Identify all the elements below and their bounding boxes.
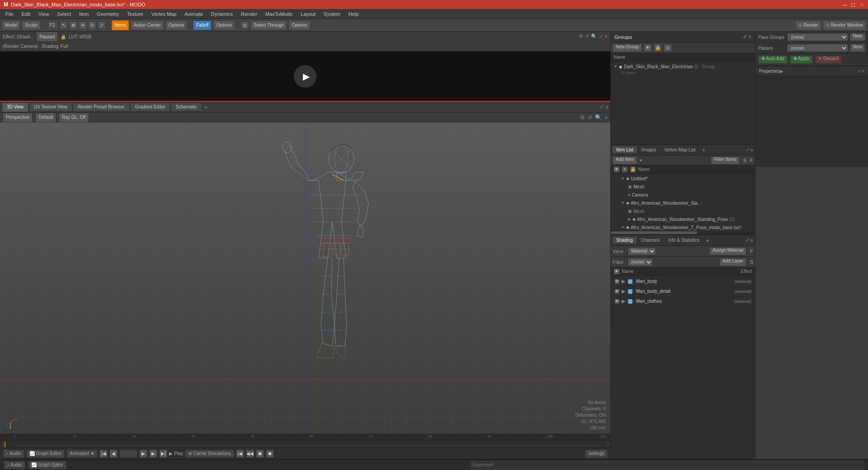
menu-select[interactable]: Select xyxy=(53,10,75,18)
tool-move[interactable]: ✛ xyxy=(79,21,87,29)
tab-item-list[interactable]: Item List xyxy=(613,146,637,153)
menu-vertexmap[interactable]: Vertex Map xyxy=(148,10,180,18)
item-list-scrollbar[interactable] xyxy=(611,231,755,234)
current-frame-input[interactable]: 0 xyxy=(119,450,137,458)
passes-select[interactable]: (none) xyxy=(787,44,848,52)
select-through-button[interactable]: Select Through xyxy=(250,20,288,30)
prev-keyframe-button[interactable]: |◀ xyxy=(99,450,108,458)
transport-1[interactable]: |◀ xyxy=(236,450,244,458)
next-keyframe-button[interactable]: ▶| xyxy=(159,450,167,458)
options2-button[interactable]: Options xyxy=(213,20,235,30)
item-camera[interactable]: ● Camera xyxy=(612,191,754,199)
items-button[interactable]: Items xyxy=(112,20,129,30)
menu-animate[interactable]: Animate xyxy=(181,10,206,18)
new-pass-button2[interactable]: New xyxy=(850,44,865,52)
tab-schematic[interactable]: Schematic xyxy=(171,103,202,112)
statusbar-audio[interactable]: ♪ Audio xyxy=(4,461,25,469)
item-afro-standing[interactable]: ▼ ◆ Afro_American_Woodworker_Standing_Po… xyxy=(612,199,754,207)
tab-shading[interactable]: Shading xyxy=(613,237,637,244)
default-button[interactable]: Default xyxy=(35,113,56,122)
item-mesh1[interactable]: ▣ Mesh xyxy=(612,183,754,191)
statusbar-graph[interactable]: 📈 Graph Editor xyxy=(28,461,67,469)
menu-dynamics[interactable]: Dynamics xyxy=(208,10,236,18)
menu-geometry[interactable]: Geometry xyxy=(93,10,122,18)
f2-button[interactable]: F2 xyxy=(47,20,58,30)
menu-view[interactable]: View xyxy=(35,10,53,18)
assign-material-button[interactable]: Assign Material xyxy=(709,247,746,255)
menu-render[interactable]: Render xyxy=(237,10,261,18)
expand-clothes[interactable]: ▶ xyxy=(622,298,626,304)
shading-man-body[interactable]: 👁 ▶ Man_body (Material) xyxy=(612,277,754,287)
tab-uv-texture[interactable]: UV Texture View xyxy=(29,103,72,112)
shading-man-body-detail[interactable]: 👁 ▶ Man_body_detail (Material) xyxy=(612,287,754,296)
pass-groups-select[interactable]: (none) xyxy=(787,33,848,41)
tab-channels[interactable]: Channels xyxy=(637,237,664,244)
cache-simulations-button[interactable]: ⚙ Cache Simulations xyxy=(185,450,234,458)
falloff-button[interactable]: Falloff xyxy=(193,20,212,30)
tool-rotate[interactable]: ↻ xyxy=(88,21,96,29)
eye-icon-3[interactable]: 👁 xyxy=(614,299,620,304)
tool-scale[interactable]: ⤢ xyxy=(98,21,106,29)
eye-icon-1[interactable]: 👁 xyxy=(614,279,620,284)
tab-vertex-map[interactable]: Vertex Map List xyxy=(661,146,699,153)
graph-editor-button[interactable]: 📈 Graph Editor xyxy=(26,450,65,458)
tab-gradient-editor[interactable]: Gradient Editor xyxy=(130,103,170,112)
ray-gl-button[interactable]: Ray GL: Off xyxy=(59,113,89,122)
add-item-button[interactable]: Add Item xyxy=(613,156,637,164)
menu-edit[interactable]: Edit xyxy=(18,10,34,18)
add-tab-button[interactable]: + xyxy=(203,103,210,111)
menu-item[interactable]: Item xyxy=(75,10,92,18)
item-afro-tpose[interactable]: ▼ ◆ Afro_American_Woodworker_T_Pose_modo… xyxy=(612,223,754,231)
filter-items-button[interactable]: Filter Items xyxy=(711,156,739,164)
add-layer-button[interactable]: Add Layer xyxy=(719,258,746,266)
render-button[interactable]: ⊙ Render xyxy=(795,20,821,30)
discard-button[interactable]: ✕ Discard xyxy=(815,56,842,64)
new-group-button[interactable]: New Group xyxy=(613,44,642,52)
perspective-button[interactable]: Perspective xyxy=(3,113,33,122)
play-button[interactable]: ▶ xyxy=(139,450,147,458)
menu-texture[interactable]: Texture xyxy=(123,10,147,18)
eye-icon-2[interactable]: 👁 xyxy=(614,289,620,294)
3d-viewport[interactable]: Perspective Default Ray GL: Off ⚙ ↺ 🔍 ≡ xyxy=(0,113,610,434)
options3-button[interactable]: Options xyxy=(288,20,310,30)
filter-select[interactable]: (none) xyxy=(628,258,653,266)
item-afro-pose[interactable]: ▶ ◆ Afro_American_Woodworker_Standing_Po… xyxy=(612,215,754,223)
expand-body[interactable]: ▶ xyxy=(622,278,626,284)
animated-button[interactable]: Animated ▼ xyxy=(66,450,98,458)
menu-layout[interactable]: Layout xyxy=(297,10,319,18)
material-select[interactable]: Material xyxy=(628,247,656,255)
item-untitled[interactable]: ▼ ◆ Untitled* xyxy=(612,174,754,183)
paused-button[interactable]: Paused xyxy=(36,32,58,42)
maximize-button[interactable]: □ xyxy=(851,1,855,8)
auto-add-button[interactable]: ✚ Auto Add xyxy=(758,56,788,64)
options-button[interactable]: Options xyxy=(165,20,187,30)
group-vis-2[interactable]: 🔒 xyxy=(654,44,662,52)
menu-file[interactable]: File xyxy=(2,10,17,18)
play-button[interactable] xyxy=(294,65,316,88)
menu-system[interactable]: System xyxy=(320,10,344,18)
command-input[interactable] xyxy=(470,461,864,469)
sculpt-button[interactable]: Sculpt xyxy=(22,20,41,30)
model-button[interactable]: Model xyxy=(2,20,20,30)
item-mesh2[interactable]: ▣ Mesh xyxy=(612,207,754,215)
tab-render-preset[interactable]: Render Preset Browser xyxy=(73,103,130,112)
add-panel-tab[interactable]: + xyxy=(700,146,708,154)
close-button[interactable]: ✕ xyxy=(859,1,864,8)
expand-body-detail[interactable]: ▶ xyxy=(622,288,626,294)
add-item-dropdown[interactable]: ▼ xyxy=(639,158,643,163)
group-item[interactable]: ▼ ◆ Dark_Skin_Black_Man_Electrician 3) ·… xyxy=(612,62,754,70)
prev-frame-button[interactable]: ◀ xyxy=(109,450,118,458)
render-window-button[interactable]: ⊙ Render Window xyxy=(823,20,866,30)
tab-images[interactable]: Images xyxy=(638,146,660,153)
timeline-bar[interactable]: 0 120 xyxy=(5,442,606,447)
apply-button[interactable]: ✚ Apply xyxy=(790,56,812,64)
group-vis-1[interactable]: 👁 xyxy=(644,44,652,52)
next-frame-button[interactable]: ▶ xyxy=(149,450,157,458)
action-center-button[interactable]: Action Center xyxy=(130,20,164,30)
transport-3[interactable]: ⏹ xyxy=(256,450,264,458)
new-pass-button[interactable]: New xyxy=(850,33,865,41)
transport-4[interactable]: ⏺ xyxy=(266,450,274,458)
tab-3d-view[interactable]: 3D View xyxy=(2,103,28,112)
transport-2[interactable]: ◀◀ xyxy=(246,450,254,458)
minimize-button[interactable]: ─ xyxy=(843,1,847,8)
